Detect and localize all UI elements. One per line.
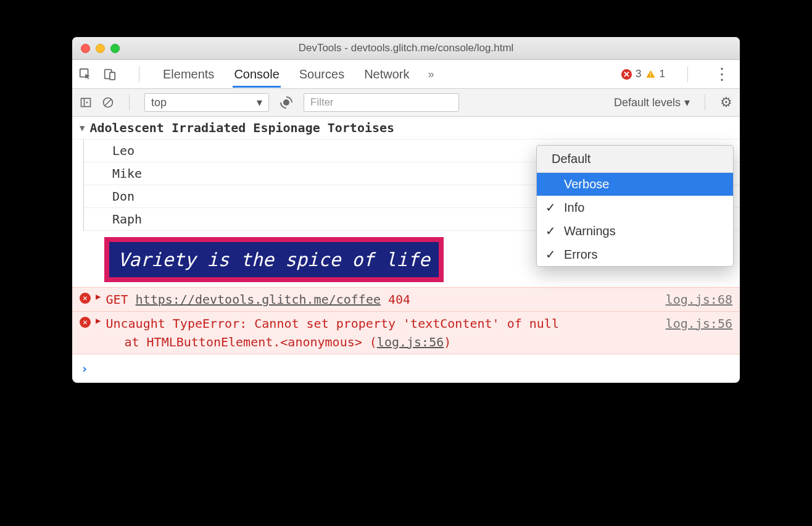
tab-console[interactable]: Console: [233, 61, 280, 88]
execution-context-value: top: [151, 96, 167, 109]
clear-console-icon[interactable]: [102, 96, 114, 109]
level-option-info[interactable]: ✓ Info: [537, 196, 733, 219]
level-label: Errors: [564, 248, 597, 262]
console-error-row[interactable]: ✕ ▶ GET https://devtools.glitch.me/coffe…: [72, 287, 740, 312]
console-prompt[interactable]: ›: [72, 354, 740, 383]
styled-log-text: Variety is the spice of life: [104, 237, 444, 282]
chevron-down-icon: ▾: [684, 96, 690, 109]
request-method: GET: [106, 292, 128, 307]
toggle-device-icon[interactable]: [103, 67, 117, 81]
level-option-errors[interactable]: ✓ Errors: [537, 243, 733, 266]
traffic-lights: [81, 44, 120, 53]
devtools-window: DevTools - devtools.glitch.me/console/lo…: [72, 37, 740, 383]
console-group-header[interactable]: ▼ Adolescent Irradiated Espionage Tortoi…: [72, 117, 740, 140]
stack-link[interactable]: log.js:56: [377, 335, 444, 349]
separator: [139, 66, 139, 82]
warning-badge-icon: [645, 69, 656, 80]
svg-rect-2: [110, 72, 115, 80]
tabs-overflow-button[interactable]: »: [428, 68, 434, 81]
stack-prefix: at HTMLButtonElement.<anonymous> (: [124, 335, 376, 349]
zoom-window-button[interactable]: [110, 44, 120, 53]
close-window-button[interactable]: [81, 44, 90, 53]
error-count: 3: [636, 68, 641, 80]
checkmark-icon: ✓: [544, 223, 557, 238]
console-settings-icon[interactable]: ⚙: [720, 94, 732, 111]
group-title: Adolescent Irradiated Espionage Tortoise…: [89, 119, 394, 137]
request-url[interactable]: https://devtools.glitch.me/coffee: [136, 292, 381, 307]
log-levels-label: Default levels: [614, 96, 681, 109]
source-link[interactable]: log.js:68: [666, 290, 732, 309]
tab-network[interactable]: Network: [363, 61, 410, 88]
svg-point-7: [283, 99, 289, 106]
separator: [687, 66, 688, 82]
message-counts[interactable]: ✕ 3 1: [621, 68, 665, 80]
separator: [129, 94, 130, 111]
live-expression-icon[interactable]: [279, 95, 294, 110]
error-icon: ✕: [80, 293, 91, 304]
disclosure-triangle-icon: ▼: [80, 122, 85, 135]
level-option-verbose[interactable]: Verbose: [537, 173, 733, 196]
chevron-down-icon: ▾: [257, 96, 262, 109]
svg-rect-5: [81, 98, 91, 106]
separator: [705, 94, 705, 111]
svg-rect-3: [650, 73, 650, 75]
error-icon: ✕: [80, 317, 91, 328]
warning-count: 1: [660, 68, 665, 80]
log-levels-selector[interactable]: Default levels ▾: [614, 96, 690, 109]
status-code: 404: [388, 292, 410, 307]
console-toolbar: top ▾ Default levels ▾ ⚙: [72, 89, 740, 117]
stack-suffix: ): [444, 335, 451, 349]
minimize-window-button[interactable]: [96, 44, 105, 53]
execution-context-selector[interactable]: top ▾: [144, 93, 269, 112]
console-error-row[interactable]: ✕ ▶ Uncaught TypeError: Cannot set prope…: [72, 312, 740, 354]
disclosure-triangle-icon: ▶: [96, 314, 101, 327]
show-console-sidebar-icon[interactable]: [80, 96, 92, 109]
log-levels-menu: Default Verbose ✓ Info ✓ Warnings ✓ Erro…: [536, 145, 734, 267]
level-label: Warnings: [564, 224, 616, 238]
tab-elements[interactable]: Elements: [162, 61, 215, 88]
level-option-warnings[interactable]: ✓ Warnings: [537, 219, 733, 243]
checkmark-icon: ✓: [544, 200, 557, 215]
checkmark-icon: ✓: [544, 247, 557, 262]
tab-strip: Elements Console Sources Network » ✕ 3 1…: [72, 60, 740, 89]
level-label: Verbose: [564, 177, 609, 191]
inspect-element-icon[interactable]: [78, 67, 92, 81]
window-title: DevTools - devtools.glitch.me/console/lo…: [72, 42, 740, 54]
level-label: Info: [564, 201, 584, 215]
error-message: Uncaught TypeError: Cannot set property …: [106, 316, 559, 331]
more-options-button[interactable]: ⋮: [710, 71, 734, 77]
disclosure-triangle-icon: ▶: [96, 290, 101, 303]
levels-menu-header[interactable]: Default: [537, 146, 733, 173]
error-badge-icon: ✕: [621, 69, 632, 80]
filter-input[interactable]: [304, 93, 459, 112]
source-link[interactable]: log.js:56: [666, 314, 732, 333]
title-bar: DevTools - devtools.glitch.me/console/lo…: [72, 37, 740, 60]
tab-sources[interactable]: Sources: [298, 61, 346, 88]
svg-rect-4: [650, 76, 650, 77]
